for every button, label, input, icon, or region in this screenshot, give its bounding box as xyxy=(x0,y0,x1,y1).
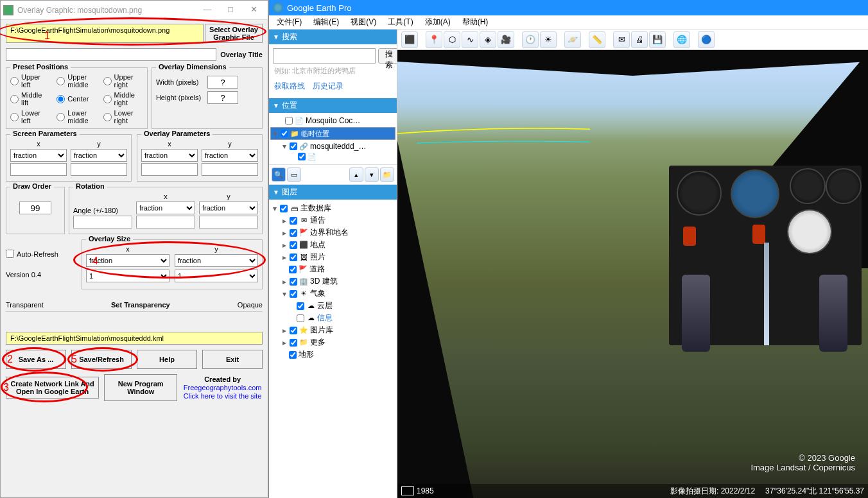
menu-add[interactable]: 添加(A) xyxy=(420,15,456,29)
exit-button[interactable]: Exit xyxy=(202,350,263,369)
layer-terrain[interactable]: 地形 xyxy=(270,348,395,361)
size-x-value[interactable]: 1 xyxy=(86,270,169,282)
layer-clouds[interactable]: ☁云层 xyxy=(270,300,395,312)
email-icon[interactable]: ✉ xyxy=(613,31,630,48)
layer-info[interactable]: ☁信息 xyxy=(270,312,395,324)
view-earth-icon[interactable]: 🌐 xyxy=(673,31,690,48)
place-mosquito-cockpit[interactable]: 📄Mosquito Coc… xyxy=(270,116,395,126)
search-panel-header[interactable]: 搜索 xyxy=(269,30,397,44)
layer-roads[interactable]: 🚩道路 xyxy=(270,263,395,275)
print-icon[interactable]: 🖨 xyxy=(631,31,648,48)
transparency-slider[interactable] xyxy=(6,311,263,327)
select-overlay-file-button[interactable]: Select Overlay Graphic File xyxy=(205,24,263,43)
search-button[interactable]: 搜索 xyxy=(378,48,397,64)
new-program-window-button[interactable]: New Program Window xyxy=(104,374,177,401)
layer-announce[interactable]: ▸✉通告 xyxy=(270,214,395,227)
create-network-link-button[interactable]: Create Network Link And Open In Google E… xyxy=(6,377,99,399)
screen-y-unit[interactable]: fraction xyxy=(71,149,127,162)
auto-refresh-checkbox[interactable]: Auto-Refresh xyxy=(6,250,76,258)
graphic-path-field[interactable]: F:\GoogleEarthFlightSimulation\mosquitod… xyxy=(6,24,204,43)
signin-icon[interactable]: 🔵 xyxy=(698,31,715,48)
menu-help[interactable]: 帮助(H) xyxy=(457,15,494,29)
menu-file[interactable]: 文件(F) xyxy=(272,15,307,29)
layer-photos[interactable]: ▸🖼照片 xyxy=(270,251,395,263)
width-input[interactable] xyxy=(207,76,238,89)
preset-middle-right[interactable]: Middle right xyxy=(103,91,143,107)
folder-button[interactable]: 📁 xyxy=(380,167,394,182)
gauge-3 xyxy=(790,168,826,204)
polygon-icon[interactable]: ⬡ xyxy=(444,31,460,48)
help-button[interactable]: Help xyxy=(137,350,197,369)
overlay-x-value[interactable] xyxy=(141,163,198,176)
panel-button[interactable]: ▭ xyxy=(287,167,301,182)
place-sub-item[interactable]: 📄 xyxy=(270,151,395,162)
place-temp-folder[interactable]: ▾📁临时位置 xyxy=(270,127,395,140)
preset-upper-right[interactable]: Upper right xyxy=(103,73,143,89)
preset-upper-middle[interactable]: Upper middle xyxy=(56,73,96,89)
save-as-button[interactable]: Save As ... xyxy=(6,350,66,369)
rotation-x-value[interactable] xyxy=(136,216,195,228)
rotation-x-unit[interactable]: fraction xyxy=(136,202,195,214)
overlay-y-unit[interactable]: fraction xyxy=(202,149,258,162)
search-places-button[interactable]: 🔍 xyxy=(272,167,286,182)
menu-tools[interactable]: 工具(T) xyxy=(383,15,418,29)
close-button[interactable]: ✕ xyxy=(242,1,265,19)
toggle-sidebar-icon[interactable]: ⬛ xyxy=(401,31,418,48)
path-icon[interactable]: ∿ xyxy=(462,31,478,48)
record-tour-icon[interactable]: 🎥 xyxy=(498,31,514,48)
maximize-button[interactable]: □ xyxy=(219,1,242,19)
layer-3d-buildings[interactable]: ▸🏢3D 建筑 xyxy=(270,275,395,288)
sun-icon[interactable]: ☀ xyxy=(540,31,557,48)
overlay-y-value[interactable] xyxy=(202,163,258,176)
preset-lower-left[interactable]: Lower left xyxy=(10,109,50,125)
get-route-link[interactable]: 获取路线 xyxy=(274,81,305,92)
height-input[interactable] xyxy=(207,91,238,104)
place-mosquiteddd[interactable]: ▾🔗mosquiteddd_… xyxy=(270,141,395,151)
clock-icon[interactable]: 🕐 xyxy=(522,31,539,48)
size-x-unit[interactable]: fraction xyxy=(86,254,169,267)
overlay-title-input[interactable] xyxy=(6,48,216,61)
time-slider-icon[interactable] xyxy=(401,486,414,495)
screen-x-value[interactable] xyxy=(10,163,67,176)
down-button[interactable]: ▾ xyxy=(365,167,379,182)
menu-view[interactable]: 视图(V) xyxy=(345,15,381,29)
save-refresh-button[interactable]: Save/Refresh xyxy=(71,350,132,369)
preset-center[interactable]: Center xyxy=(56,91,96,107)
rotation-y-unit[interactable]: fraction xyxy=(199,202,258,214)
screen-y-value[interactable] xyxy=(71,163,127,176)
rotation-y-value[interactable] xyxy=(199,216,258,228)
up-button[interactable]: ▴ xyxy=(349,167,363,182)
size-y-value[interactable]: 1 xyxy=(175,270,258,282)
rot-x-label: x xyxy=(136,193,195,200)
layers-panel-header[interactable]: 图层 xyxy=(269,185,397,200)
layer-weather[interactable]: ▾☀气象 xyxy=(270,288,395,300)
size-x-label: x xyxy=(86,245,169,253)
layer-main-db[interactable]: ▾🗃主数据库 xyxy=(270,202,395,214)
layer-gallery[interactable]: ▸⭐图片库 xyxy=(270,324,395,336)
placemark-icon[interactable]: 📍 xyxy=(426,31,442,48)
menu-edit[interactable]: 编辑(E) xyxy=(308,15,344,29)
angle-input[interactable] xyxy=(73,216,132,228)
image-overlay-icon[interactable]: ◈ xyxy=(480,31,496,48)
search-input[interactable] xyxy=(273,48,376,64)
preset-lower-middle[interactable]: Lower middle xyxy=(56,109,96,125)
credits[interactable]: Created by Freegeographytools.com Click … xyxy=(182,375,263,400)
screen-x-unit[interactable]: fraction xyxy=(10,149,67,162)
minimize-button[interactable]: — xyxy=(196,1,219,19)
layer-borders[interactable]: ▸🚩边界和地名 xyxy=(270,227,395,239)
draw-order-input[interactable] xyxy=(19,202,51,214)
save-image-icon[interactable]: 💾 xyxy=(649,31,666,48)
earth-viewport[interactable]: © 2023 Google Image Landsat / Copernicus… xyxy=(397,50,868,498)
places-panel-header[interactable]: 位置 xyxy=(269,98,397,113)
size-y-unit[interactable]: fraction xyxy=(175,254,258,267)
layer-places[interactable]: ▸⬛地点 xyxy=(270,239,395,251)
history-link[interactable]: 历史记录 xyxy=(313,81,343,92)
planet-icon[interactable]: 🪐 xyxy=(564,31,581,48)
preset-middle-left[interactable]: Middle lift xyxy=(10,91,50,107)
layer-more[interactable]: ▸📁更多 xyxy=(270,336,395,348)
ruler-icon[interactable]: 📏 xyxy=(589,31,605,48)
overlay-x-unit[interactable]: fraction xyxy=(141,149,198,162)
ge-title-text: Google Earth Pro xyxy=(287,3,351,13)
preset-upper-left[interactable]: Upper left xyxy=(10,73,50,89)
preset-lower-right[interactable]: Lower right xyxy=(103,109,143,125)
